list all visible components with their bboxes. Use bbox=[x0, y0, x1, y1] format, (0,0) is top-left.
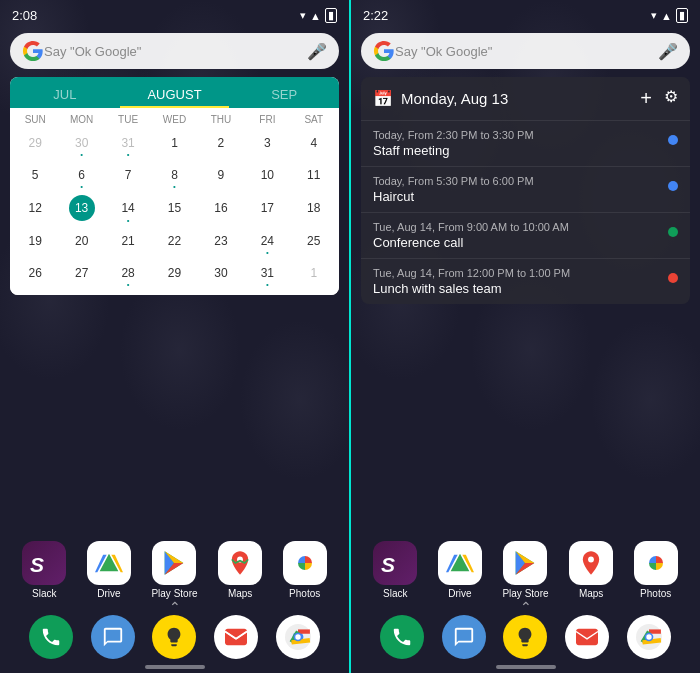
drive-icon[interactable] bbox=[87, 541, 131, 585]
cal-cell[interactable]: 24 bbox=[244, 225, 290, 257]
right-phone-app[interactable] bbox=[380, 615, 424, 659]
cal-cell[interactable]: 16 bbox=[198, 191, 244, 225]
left-messages-app[interactable] bbox=[91, 615, 135, 659]
right-slack-icon[interactable]: S bbox=[373, 541, 417, 585]
left-search-bar[interactable]: Say "Ok Google" 🎤 bbox=[10, 33, 339, 69]
right-calendar-events-widget: 📅 Monday, Aug 13 + ⚙ Today, From 2:30 PM… bbox=[361, 77, 690, 304]
cal-cell[interactable]: 29 bbox=[12, 127, 58, 159]
left-cal-header-sat: SAT bbox=[291, 112, 337, 127]
cal-cell[interactable]: 17 bbox=[244, 191, 290, 225]
cal-cell[interactable]: 30 bbox=[58, 127, 104, 159]
right-playstore-icon[interactable] bbox=[503, 541, 547, 585]
cal-cell[interactable]: 15 bbox=[151, 191, 197, 225]
left-cal-header-thu: THU bbox=[198, 112, 244, 127]
event-item-3[interactable]: Tue, Aug 14, From 9:00 AM to 10:00 AM Co… bbox=[361, 212, 690, 258]
left-app-maps[interactable]: Maps bbox=[218, 541, 262, 599]
svg-point-25 bbox=[646, 634, 651, 639]
right-maps-icon[interactable] bbox=[569, 541, 613, 585]
cal-cell[interactable]: 19 bbox=[12, 225, 58, 257]
slack-icon[interactable]: S bbox=[22, 541, 66, 585]
left-tips-app[interactable] bbox=[152, 615, 196, 659]
right-app-photos[interactable]: Photos bbox=[634, 541, 678, 599]
cal-cell[interactable]: 28 bbox=[105, 257, 151, 289]
playstore-icon[interactable] bbox=[152, 541, 196, 585]
left-chrome-app[interactable] bbox=[276, 615, 320, 659]
cal-cell[interactable]: 8 bbox=[151, 159, 197, 191]
cal-cell[interactable]: 21 bbox=[105, 225, 151, 257]
add-event-button[interactable]: + bbox=[640, 87, 652, 110]
cal-cell[interactable]: 20 bbox=[58, 225, 104, 257]
cal-cell[interactable]: 1 bbox=[291, 257, 337, 289]
left-gmail-app[interactable] bbox=[214, 615, 258, 659]
left-app-drive[interactable]: Drive bbox=[87, 541, 131, 599]
left-calendar-widget[interactable]: JUL AUGUST SEP SUN MON TUE WED THU FRI S… bbox=[10, 77, 339, 295]
right-chrome-app[interactable] bbox=[627, 615, 671, 659]
left-cal-grid[interactable]: 29 30 31 1 2 3 4 5 6 7 8 9 10 11 12 13 1… bbox=[10, 127, 339, 295]
cal-cell[interactable]: 11 bbox=[291, 159, 337, 191]
left-cal-month-sep[interactable]: SEP bbox=[229, 77, 339, 108]
cal-cell[interactable]: 22 bbox=[151, 225, 197, 257]
right-messages-app[interactable] bbox=[442, 615, 486, 659]
cal-cell[interactable]: 5 bbox=[12, 159, 58, 191]
cal-cell[interactable]: 4 bbox=[291, 127, 337, 159]
event-item-1[interactable]: Today, From 2:30 PM to 3:30 PM Staff mee… bbox=[361, 120, 690, 166]
cal-cell[interactable]: 31 bbox=[244, 257, 290, 289]
cal-cell[interactable]: 18 bbox=[291, 191, 337, 225]
event-content-3: Tue, Aug 14, From 9:00 AM to 10:00 AM Co… bbox=[373, 221, 660, 250]
cal-cell[interactable]: 27 bbox=[58, 257, 104, 289]
right-photos-icon[interactable] bbox=[634, 541, 678, 585]
cal-cell[interactable]: 30 bbox=[198, 257, 244, 289]
left-app-slack[interactable]: S Slack bbox=[22, 541, 66, 599]
calendar-settings-button[interactable]: ⚙ bbox=[664, 87, 678, 110]
right-search-bar[interactable]: Say "Ok Google" 🎤 bbox=[361, 33, 690, 69]
cal-cell[interactable]: 2 bbox=[198, 127, 244, 159]
left-drive-label: Drive bbox=[97, 588, 120, 599]
left-app-playstore[interactable]: Play Store bbox=[151, 541, 197, 599]
right-app-maps[interactable]: Maps bbox=[569, 541, 613, 599]
event-item-4[interactable]: Tue, Aug 14, From 12:00 PM to 1:00 PM Lu… bbox=[361, 258, 690, 304]
left-phone-app[interactable] bbox=[29, 615, 73, 659]
event-content-4: Tue, Aug 14, From 12:00 PM to 1:00 PM Lu… bbox=[373, 267, 660, 296]
cal-cell[interactable]: 6 bbox=[58, 159, 104, 191]
cal-cell[interactable]: 26 bbox=[12, 257, 58, 289]
left-search-text: Say "Ok Google" bbox=[44, 44, 307, 59]
event-title-3: Conference call bbox=[373, 235, 660, 250]
right-tips-app[interactable] bbox=[503, 615, 547, 659]
left-cal-month-jul[interactable]: JUL bbox=[10, 77, 120, 108]
left-cal-header-tue: TUE bbox=[105, 112, 151, 127]
right-drive-icon[interactable] bbox=[438, 541, 482, 585]
cal-cell[interactable]: 14 bbox=[105, 191, 151, 225]
cal-cell[interactable]: 10 bbox=[244, 159, 290, 191]
right-app-drive[interactable]: Drive bbox=[438, 541, 482, 599]
photos-icon[interactable] bbox=[283, 541, 327, 585]
right-gmail-app[interactable] bbox=[565, 615, 609, 659]
battery-icon: ▮ bbox=[676, 8, 688, 23]
right-status-icons: ▾ ▲ ▮ bbox=[651, 8, 688, 23]
right-app-playstore[interactable]: Play Store bbox=[502, 541, 548, 599]
event-item-2[interactable]: Today, From 5:30 PM to 6:00 PM Haircut bbox=[361, 166, 690, 212]
left-cal-month-aug[interactable]: AUGUST bbox=[120, 77, 230, 108]
event-time-1: Today, From 2:30 PM to 3:30 PM bbox=[373, 129, 660, 141]
event-time-4: Tue, Aug 14, From 12:00 PM to 1:00 PM bbox=[373, 267, 660, 279]
cal-cell[interactable]: 31 bbox=[105, 127, 151, 159]
maps-icon[interactable] bbox=[218, 541, 262, 585]
cal-cell[interactable]: 1 bbox=[151, 127, 197, 159]
cal-cell[interactable]: 25 bbox=[291, 225, 337, 257]
cal-cell[interactable]: 7 bbox=[105, 159, 151, 191]
left-cal-header-fri: FRI bbox=[244, 112, 290, 127]
right-app-slack[interactable]: S Slack bbox=[373, 541, 417, 599]
left-cal-header-sun: SUN bbox=[12, 112, 58, 127]
right-status-bar: 2:22 ▾ ▲ ▮ bbox=[351, 0, 700, 27]
left-app-photos[interactable]: Photos bbox=[283, 541, 327, 599]
cal-cell[interactable]: 23 bbox=[198, 225, 244, 257]
cal-cell[interactable]: 29 bbox=[151, 257, 197, 289]
cal-cell-today[interactable]: 13 bbox=[58, 191, 104, 225]
cal-cell[interactable]: 12 bbox=[12, 191, 58, 225]
mic-icon-right[interactable]: 🎤 bbox=[658, 42, 678, 61]
svg-text:S: S bbox=[30, 553, 44, 576]
mic-icon[interactable]: 🎤 bbox=[307, 42, 327, 61]
cal-cell[interactable]: 3 bbox=[244, 127, 290, 159]
cal-cell[interactable]: 9 bbox=[198, 159, 244, 191]
right-bottom-dock bbox=[351, 611, 700, 663]
google-g-icon-right bbox=[373, 40, 395, 62]
